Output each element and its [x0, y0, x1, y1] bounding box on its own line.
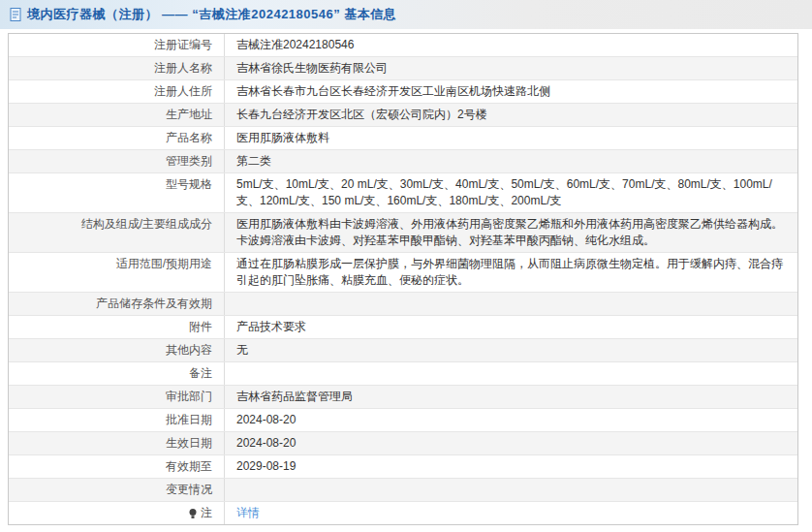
table-row: 变更情况: [9, 478, 797, 501]
row-label-text: 生效日期: [166, 435, 212, 452]
row-value-text: 2024-08-20: [236, 413, 296, 426]
row-value: [224, 362, 797, 385]
row-label: 备注: [9, 362, 224, 385]
table-row: 生产地址 长春九台经济开发区北区（宏硕公司院内）2号楼: [9, 103, 797, 126]
page-header: 境内医疗器械（注册） —— “吉械注准20242180546” 基本信息: [0, 0, 812, 29]
row-label: 注册证编号: [9, 34, 224, 56]
row-value: 产品技术要求: [224, 316, 797, 338]
row-value-text: 吉械注准20242180546: [236, 38, 354, 51]
row-value: 2024-08-20: [224, 409, 797, 431]
document-icon: [10, 8, 21, 21]
row-label: 适用范围/预期用途: [9, 253, 224, 292]
row-label-text: 注册人住所: [154, 83, 212, 100]
row-label: 生效日期: [9, 432, 224, 454]
row-value: 5mL/支、10mL/支、20 mL/支、30mL/支、40mL/支、50mL/…: [224, 173, 797, 212]
row-label: 注册人住所: [9, 80, 224, 103]
row-label: 注册人名称: [9, 57, 224, 79]
row-value-text: 第二类: [236, 154, 271, 168]
row-value: [224, 479, 797, 501]
row-value: 医用肛肠液体敷料: [224, 127, 797, 149]
row-label-text: 备注: [189, 365, 212, 382]
table-row: 其他内容 无: [9, 338, 797, 361]
page-title: 境内医疗器械（注册） —— “吉械注准20242180546” 基本信息: [27, 6, 396, 23]
row-value-text: 2024-08-20: [236, 436, 296, 450]
table-row: 管理类别 第二类: [9, 149, 797, 172]
row-label-text: 变更情况: [166, 482, 212, 498]
row-label: 批准日期: [9, 409, 224, 431]
row-label-text: 适用范围/预期用途: [116, 256, 212, 272]
row-label-text: 生产地址: [166, 107, 212, 123]
row-value: 无: [224, 339, 797, 361]
row-label: 产品名称: [9, 127, 224, 149]
row-label-text: 附件: [189, 319, 212, 335]
row-value-text: 吉林省徐氏生物医药有限公司: [236, 61, 388, 75]
row-value-text: 产品技术要求: [236, 320, 306, 333]
row-label-text: 产品名称: [166, 130, 212, 146]
row-value: 吉林省徐氏生物医药有限公司: [224, 57, 797, 79]
table-row: 产品储存条件及有效期: [9, 292, 797, 315]
row-value: 长春九台经济开发区北区（宏硕公司院内）2号楼: [224, 104, 797, 126]
row-label-text: 批准日期: [166, 412, 212, 428]
table-row: 附件 产品技术要求: [9, 315, 797, 338]
row-label-text: 管理类别: [166, 153, 212, 170]
table-row: 生效日期 2024-08-20: [9, 431, 797, 454]
row-label-text: 有效期至: [166, 458, 212, 475]
row-label: 审批部门: [9, 386, 224, 408]
table-row: 适用范围/预期用途 通过在肛肠粘膜形成一层保护膜，与外界细菌物理阻隔，从而阻止病…: [9, 252, 797, 292]
row-label: 其他内容: [9, 339, 224, 361]
row-label-text: 注册人名称: [154, 60, 212, 77]
table-row: 产品名称 医用肛肠液体敷料: [9, 126, 797, 149]
row-value-text: 吉林省药品监督管理局: [236, 390, 353, 403]
row-label-text: 型号规格: [166, 176, 212, 193]
row-label: 有效期至: [9, 455, 224, 478]
row-label-text: 产品储存条件及有效期: [96, 296, 212, 312]
table-row: 注册人名称 吉林省徐氏生物医药有限公司: [9, 56, 797, 79]
row-label-text: 注册证编号: [154, 37, 212, 53]
bulb-icon: [188, 505, 198, 521]
row-value: 吉林省药品监督管理局: [224, 386, 797, 408]
row-value-text: 2029-08-19: [236, 459, 296, 473]
row-value: 2029-08-19: [224, 455, 797, 478]
table-row: 注 详情: [9, 501, 797, 524]
table-row: 注册证编号 吉械注准20242180546: [9, 34, 797, 56]
row-value: [224, 293, 797, 315]
row-label: 变更情况: [9, 479, 224, 501]
table-row: 审批部门 吉林省药品监督管理局: [9, 385, 797, 408]
row-label: 生产地址: [9, 104, 224, 126]
row-label: 注: [9, 502, 224, 524]
row-value-text: 无: [236, 343, 248, 357]
row-value: 吉林省长春市九台区长春经济开发区工业南区机场快速路北侧: [224, 80, 797, 103]
table-row: 型号规格 5mL/支、10mL/支、20 mL/支、30mL/支、40mL/支、…: [9, 172, 797, 212]
row-value-text: 通过在肛肠粘膜形成一层保护膜，与外界细菌物理阻隔，从而阻止病原微生物定植。用于缓…: [236, 257, 783, 287]
row-value-text: 吉林省长春市九台区长春经济开发区工业南区机场快速路北侧: [236, 84, 550, 98]
table-row: 批准日期 2024-08-20: [9, 408, 797, 431]
detail-link[interactable]: 详情: [236, 506, 260, 519]
row-value: 医用肛肠液体敷料由卡波姆溶液、外用液体药用高密度聚乙烯瓶和外用液体药用高密度聚乙…: [224, 213, 797, 252]
row-label: 结构及组成/主要组成成分: [9, 213, 224, 252]
table-row: 备注: [9, 361, 797, 385]
row-label: 附件: [9, 316, 224, 338]
info-table: 注册证编号 吉械注准20242180546 注册人名称 吉林省徐氏生物医药有限公…: [8, 33, 798, 525]
table-row: 有效期至 2029-08-19: [9, 454, 797, 478]
row-value-text: 医用肛肠液体敷料由卡波姆溶液、外用液体药用高密度聚乙烯瓶和外用液体药用高密度聚乙…: [236, 217, 783, 247]
row-label-text: 注: [201, 505, 212, 521]
row-label: 产品储存条件及有效期: [9, 293, 224, 315]
row-label: 型号规格: [9, 173, 224, 212]
row-value: 详情: [224, 502, 797, 524]
table-row: 结构及组成/主要组成成分 医用肛肠液体敷料由卡波姆溶液、外用液体药用高密度聚乙烯…: [9, 212, 797, 252]
row-value: 2024-08-20: [224, 432, 797, 454]
table-row: 注册人住所 吉林省长春市九台区长春经济开发区工业南区机场快速路北侧: [9, 79, 797, 103]
row-label-text: 审批部门: [166, 389, 212, 405]
row-value: 通过在肛肠粘膜形成一层保护膜，与外界细菌物理阻隔，从而阻止病原微生物定植。用于缓…: [224, 253, 797, 292]
row-value-text: 医用肛肠液体敷料: [236, 131, 329, 144]
row-value: 第二类: [224, 150, 797, 172]
row-value-text: 5mL/支、10mL/支、20 mL/支、30mL/支、40mL/支、50mL/…: [236, 177, 772, 207]
row-label: 管理类别: [9, 150, 224, 172]
row-label-text: 其他内容: [166, 342, 212, 359]
row-value-text: 长春九台经济开发区北区（宏硕公司院内）2号楼: [236, 108, 487, 121]
row-value: 吉械注准20242180546: [224, 34, 797, 56]
row-label-text: 结构及组成/主要组成成分: [81, 216, 212, 233]
